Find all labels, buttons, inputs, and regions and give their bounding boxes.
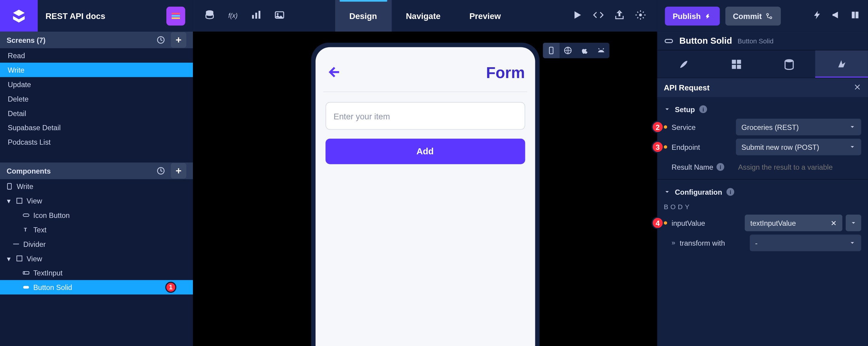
tree-text-input[interactable]: TextInput <box>0 265 193 280</box>
insp-tab-style[interactable] <box>657 50 710 77</box>
insp-tab-layout[interactable] <box>710 50 763 77</box>
tab-navigate[interactable]: Navigate <box>392 0 455 32</box>
configuration-header[interactable]: Configuration i <box>664 184 861 200</box>
tree-button-solid[interactable]: Button Solid 1 <box>0 280 193 294</box>
screen-item-read[interactable]: Read <box>0 48 193 63</box>
divider <box>323 92 527 92</box>
endpoint-label: Endpoint <box>672 143 732 151</box>
screen-item-detail[interactable]: Detail <box>0 106 193 120</box>
inspector: Button Solid Button Solid API Request Se… <box>657 32 868 346</box>
book-icon[interactable] <box>850 10 860 22</box>
setup-label: Setup <box>675 105 695 114</box>
setup-header[interactable]: Setup i <box>664 101 861 117</box>
export-icon[interactable] <box>614 9 625 22</box>
device-web-icon[interactable] <box>560 43 576 59</box>
play-icon[interactable] <box>572 9 583 22</box>
svg-rect-5 <box>252 15 254 19</box>
history-icon[interactable] <box>153 32 169 48</box>
gear-icon[interactable] <box>635 9 646 22</box>
bolt-icon[interactable] <box>812 10 823 22</box>
back-arrow-icon[interactable] <box>325 64 341 82</box>
callout-3: 3 <box>652 141 664 153</box>
callout-2: 2 <box>652 121 664 133</box>
inputvalue-pill[interactable]: textInputValue ✕ <box>745 215 842 231</box>
megaphone-icon[interactable] <box>831 10 841 22</box>
svg-rect-20 <box>23 272 29 274</box>
configuration-label: Configuration <box>675 188 722 196</box>
item-input[interactable]: Enter your item <box>325 102 525 130</box>
endpoint-dropdown[interactable]: Submit new row (POST) <box>736 139 861 155</box>
result-name-input[interactable] <box>736 159 861 175</box>
required-dot <box>664 145 667 149</box>
components-header: Components <box>0 162 193 179</box>
svg-rect-16 <box>23 214 29 217</box>
insp-tab-data[interactable] <box>763 50 815 77</box>
topbar: REST API docs f(x) Design Navigate Previ… <box>0 0 868 32</box>
screen-item-podcasts-list[interactable]: Podcasts List <box>0 135 193 149</box>
inspector-tabs <box>657 50 868 78</box>
svg-point-9 <box>277 13 278 15</box>
transform-dropdown[interactable]: - <box>749 234 861 251</box>
component-tree: Write ▾ View Icon Button T Text Div <box>0 179 193 294</box>
function-icon[interactable]: f(x) <box>227 9 239 22</box>
device-phone-icon[interactable] <box>543 43 559 59</box>
svg-point-30 <box>785 59 793 62</box>
info-icon[interactable]: i <box>699 105 707 113</box>
publish-label: Publish <box>673 11 701 20</box>
publish-button[interactable]: Publish <box>665 6 719 25</box>
svg-rect-29 <box>737 64 741 68</box>
transform-arrow-icon: » <box>672 239 675 247</box>
tree-label: View <box>27 196 42 205</box>
screen-item-delete[interactable]: Delete <box>0 92 193 106</box>
close-icon[interactable] <box>854 83 861 92</box>
tree-view-1[interactable]: ▾ View <box>0 193 193 208</box>
insp-tab-actions[interactable] <box>815 50 868 77</box>
add-screen-button[interactable] <box>171 32 187 48</box>
tree-view-2[interactable]: ▾ View <box>0 251 193 266</box>
screen-item-update[interactable]: Update <box>0 77 193 92</box>
tree-root-screen[interactable]: Write <box>0 179 193 193</box>
canvas: Form Enter your item Add <box>193 32 657 346</box>
svg-rect-7 <box>258 10 260 19</box>
tree-icon-button[interactable]: Icon Button <box>0 208 193 222</box>
info-icon[interactable]: i <box>727 188 735 196</box>
tree-text[interactable]: T Text <box>0 222 193 237</box>
device-apple-icon[interactable] <box>576 43 593 59</box>
device-android-icon[interactable] <box>593 43 610 59</box>
code-icon[interactable] <box>593 9 604 22</box>
screen-item-write[interactable]: Write <box>0 63 193 77</box>
svg-rect-27 <box>737 59 741 63</box>
clear-icon[interactable]: ✕ <box>831 219 837 227</box>
inputvalue-picker[interactable] <box>846 215 861 231</box>
screens-header-label: Screens (7) <box>7 36 45 44</box>
library-icon[interactable] <box>166 6 185 25</box>
screens-list: Read Write Update Delete Detail Supabase… <box>0 48 193 149</box>
left-panel: Screens (7) Read Write Update Delete Det… <box>0 32 193 346</box>
tree-divider[interactable]: Divider <box>0 237 193 251</box>
info-icon[interactable]: i <box>717 163 724 171</box>
svg-rect-18 <box>13 244 19 245</box>
history-icon[interactable] <box>153 163 169 179</box>
add-component-button[interactable] <box>171 163 187 179</box>
service-dropdown[interactable]: Groceries (REST) <box>736 119 861 135</box>
svg-rect-22 <box>23 286 29 289</box>
add-button-label: Add <box>416 147 434 156</box>
inputvalue-value: textInputValue <box>750 219 796 227</box>
tab-design[interactable]: Design <box>335 0 392 32</box>
item-input-placeholder: Enter your item <box>334 111 390 121</box>
result-name-label: Result Name i <box>672 163 732 171</box>
form-title: Form <box>486 64 525 82</box>
svg-rect-28 <box>732 64 735 68</box>
image-icon[interactable] <box>274 9 285 22</box>
commit-button[interactable]: Commit <box>725 6 781 25</box>
add-button[interactable]: Add <box>325 139 525 164</box>
chart-icon[interactable] <box>251 9 262 22</box>
svg-rect-19 <box>17 256 22 261</box>
app-logo[interactable] <box>0 0 38 32</box>
svg-rect-2 <box>172 17 180 19</box>
tab-preview[interactable]: Preview <box>455 0 516 32</box>
screen-item-supabase-detail[interactable]: Supabase Detail <box>0 120 193 135</box>
tree-label: Divider <box>23 240 45 248</box>
svg-point-10 <box>639 13 642 16</box>
database-icon[interactable] <box>204 9 215 22</box>
